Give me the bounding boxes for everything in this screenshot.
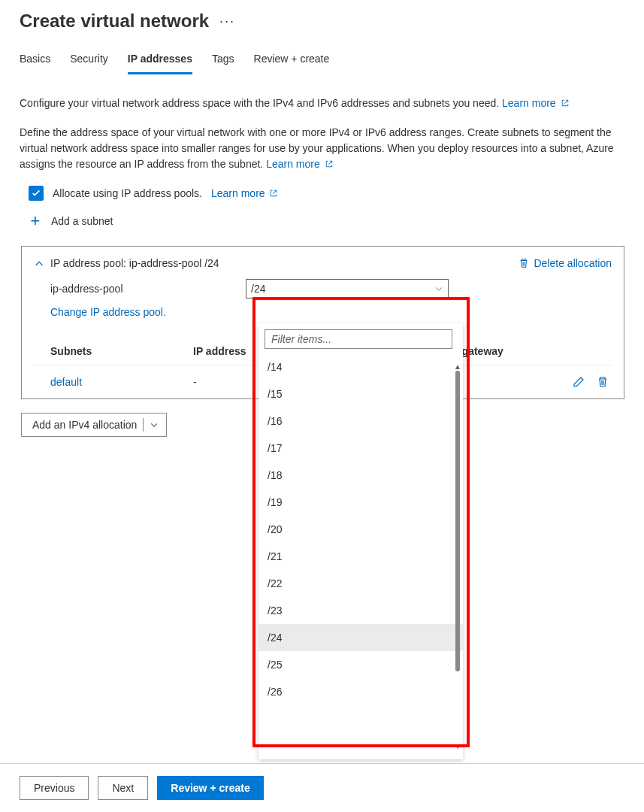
scroll-thumb[interactable]	[455, 371, 460, 671]
tab-tags[interactable]: Tags	[212, 53, 234, 74]
tab-ip-addresses[interactable]: IP addresses	[128, 53, 192, 74]
separator	[143, 418, 144, 432]
dropdown-option[interactable]: /21	[259, 543, 463, 570]
add-ipv4-allocation-button[interactable]: Add an IPv4 allocation	[21, 413, 167, 437]
plus-icon: +	[29, 214, 42, 228]
cidr-selected-value: /24	[251, 283, 265, 295]
dropdown-option[interactable]: /16	[259, 408, 463, 435]
allocate-pools-label: Allocate using IP address pools.	[53, 187, 202, 199]
intro-text: Configure your virtual network address s…	[20, 95, 624, 111]
cidr-dropdown-panel: Filter items... /14/15/16/17/18/19/20/21…	[259, 323, 463, 759]
tab-strip: Basics Security IP addresses Tags Review…	[20, 53, 624, 74]
allocate-pools-checkbox[interactable]	[29, 186, 44, 201]
tab-review-create[interactable]: Review + create	[254, 53, 330, 74]
collapse-icon[interactable]	[34, 259, 46, 271]
dropdown-filter-placeholder: Filter items...	[271, 333, 331, 345]
chevron-down-icon	[150, 420, 159, 429]
dropdown-list: /14/15/16/17/18/19/20/21/22/23/24/25/26 …	[259, 353, 463, 759]
pool-title: IP address pool: ip-address-pool /24	[50, 257, 519, 269]
delete-allocation-label: Delete allocation	[534, 257, 612, 269]
delete-allocation-button[interactable]: Delete allocation	[519, 257, 612, 269]
external-link-icon	[561, 96, 570, 105]
chevron-down-icon	[434, 284, 443, 293]
dropdown-option[interactable]: /18	[259, 462, 463, 489]
dropdown-option[interactable]: /25	[259, 651, 463, 678]
dropdown-option[interactable]: /24	[259, 624, 463, 651]
dropdown-option[interactable]: /23	[259, 597, 463, 624]
tab-security[interactable]: Security	[70, 53, 108, 74]
dropdown-option[interactable]: /20	[259, 516, 463, 543]
learn-more-label-2: Learn more	[266, 158, 320, 170]
delete-subnet-button[interactable]	[597, 376, 609, 388]
dropdown-filter-input[interactable]: Filter items...	[265, 329, 452, 349]
dropdown-option[interactable]: /19	[259, 489, 463, 516]
dropdown-option[interactable]: /26	[259, 678, 463, 705]
dropdown-option[interactable]: /17	[259, 435, 463, 462]
add-subnet-label: Add a subnet	[51, 215, 113, 227]
dropdown-option[interactable]: /15	[259, 380, 463, 408]
dropdown-option[interactable]: /14	[259, 353, 463, 380]
previous-button[interactable]: Previous	[20, 776, 89, 800]
intro-span: Configure your virtual network address s…	[20, 97, 499, 109]
learn-more-link-2[interactable]: Learn more	[266, 158, 333, 170]
scroll-up-arrow[interactable]: ▲	[454, 362, 461, 371]
learn-more-link-3[interactable]: Learn more	[211, 187, 278, 199]
check-icon	[31, 188, 41, 198]
tab-basics[interactable]: Basics	[20, 53, 50, 74]
scrollbar[interactable]: ▲ ▼	[454, 362, 461, 750]
column-subnets: Subnets	[50, 345, 193, 357]
trash-icon	[519, 258, 529, 268]
learn-more-link-1[interactable]: Learn more	[502, 97, 569, 109]
scroll-down-arrow[interactable]: ▼	[454, 742, 461, 750]
cidr-select[interactable]: /24	[246, 279, 449, 298]
dropdown-option[interactable]: /22	[259, 570, 463, 597]
add-subnet-button[interactable]: + Add a subnet	[29, 214, 624, 228]
external-link-icon	[325, 157, 334, 166]
column-nat-gateway: NAT gateway	[438, 345, 612, 357]
edit-subnet-button[interactable]	[573, 376, 585, 388]
add-alloc-label: Add an IPv4 allocation	[32, 419, 137, 431]
more-actions-icon[interactable]: ···	[219, 14, 235, 29]
wizard-footer: Previous Next Review + create	[0, 763, 644, 812]
next-button[interactable]: Next	[98, 776, 148, 800]
page-title: Create virtual network	[20, 11, 209, 32]
pool-name: ip-address-pool	[34, 283, 246, 295]
change-pool-link[interactable]: Change IP address pool.	[50, 306, 166, 318]
define-text: Define the address space of your virtual…	[20, 125, 624, 172]
review-create-button[interactable]: Review + create	[157, 776, 263, 800]
learn-more-label: Learn more	[502, 97, 556, 109]
subnet-name-link[interactable]: default	[50, 376, 193, 388]
external-link-icon	[269, 188, 278, 197]
learn-more-label-3: Learn more	[211, 187, 265, 199]
